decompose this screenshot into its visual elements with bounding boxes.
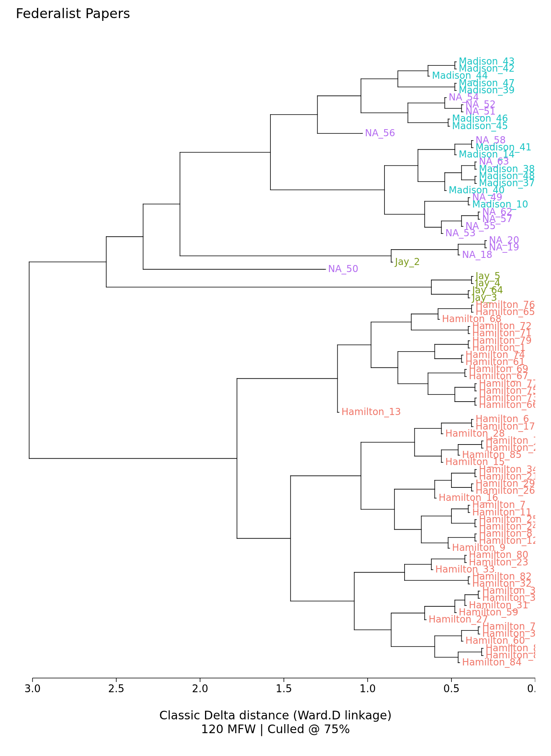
- leaf-label: Madison_45: [452, 120, 508, 132]
- leaf-label: Jay_2: [394, 256, 420, 267]
- chart-caption: Classic Delta distance (Ward.D linkage) …: [0, 709, 551, 736]
- axis-tick: 0.0: [527, 683, 535, 695]
- axis-tick: 0.5: [443, 683, 459, 695]
- leaf-label: NA_18: [462, 249, 492, 260]
- axis-tick: 1.0: [360, 683, 376, 695]
- axis-tick: 3.0: [24, 683, 41, 695]
- axis-tick: 1.5: [276, 683, 292, 695]
- chart-title: Federalist Papers: [16, 6, 130, 21]
- leaf-label: Hamilton_13: [342, 406, 401, 417]
- leaf-label: NA_56: [365, 128, 395, 139]
- leaf-label: NA_53: [446, 228, 476, 239]
- dendrogram-plot: Madison_43Madison_42Madison_44Madison_47…: [16, 55, 535, 669]
- leaf-label: Hamilton_84: [462, 657, 521, 668]
- leaf-label: Hamilton_66: [479, 399, 535, 410]
- x-axis: 3.02.52.01.51.00.50.0: [16, 673, 535, 705]
- leaf-label: Hamilton_27: [429, 614, 488, 625]
- leaf-label: NA_19: [489, 242, 519, 253]
- leaf-label: NA_50: [328, 263, 359, 274]
- axis-tick: 2.0: [192, 683, 208, 695]
- axis-tick: 2.5: [108, 683, 124, 695]
